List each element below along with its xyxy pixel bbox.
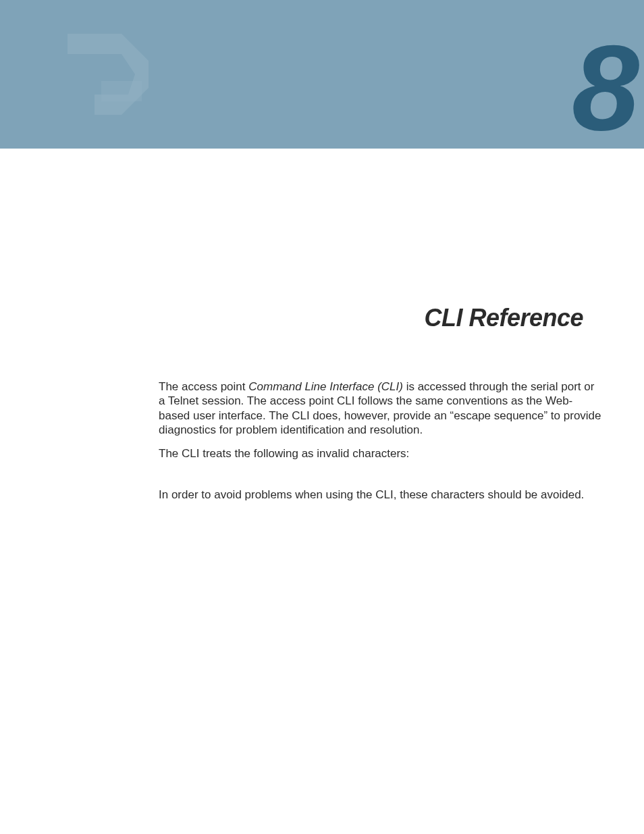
chapter-title: CLI Reference [159, 304, 603, 332]
content-area: CLI Reference The access point Command L… [0, 304, 644, 502]
para1-italic-term: Command Line Interface (CLI) [248, 380, 403, 393]
paragraph-intro: The access point Command Line Interface … [159, 380, 603, 437]
paragraph-invalid-chars: The CLI treats the following as invalid … [159, 446, 603, 461]
chapter-header-band [0, 0, 644, 149]
header-decorative-graphic [41, 14, 176, 149]
paragraph-avoid: In order to avoid problems when using th… [159, 488, 603, 502]
para1-pre: The access point [159, 380, 248, 393]
chapter-number: 8 [572, 27, 634, 149]
body-text: The access point Command Line Interface … [159, 380, 603, 502]
